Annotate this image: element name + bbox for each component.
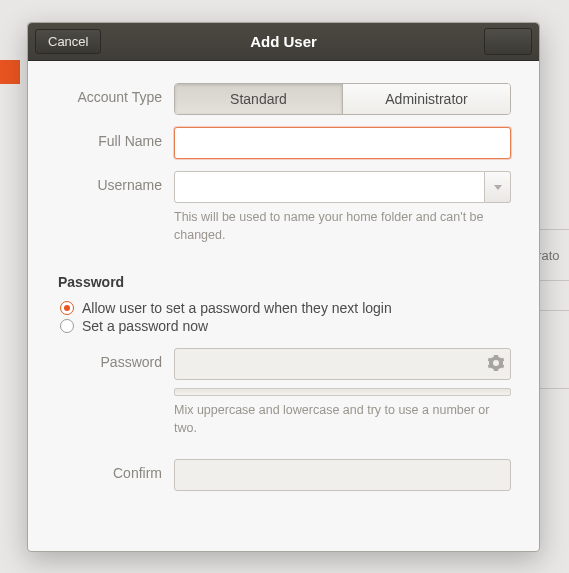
- account-type-row: Account Type Standard Administrator: [56, 83, 511, 115]
- radio-icon: [60, 301, 74, 315]
- account-type-standard[interactable]: Standard: [175, 84, 342, 114]
- fullname-label: Full Name: [56, 127, 174, 159]
- password-help: Mix uppercase and lowercase and try to u…: [174, 402, 511, 437]
- username-row: Username This will be used to name your …: [56, 171, 511, 244]
- password-option-later[interactable]: Allow user to set a password when they n…: [60, 300, 511, 316]
- username-input[interactable]: [174, 171, 485, 203]
- username-label: Username: [56, 171, 174, 244]
- password-input[interactable]: [174, 348, 511, 380]
- password-option-now-label: Set a password now: [82, 318, 208, 334]
- username-dropdown-button[interactable]: [485, 171, 511, 203]
- confirm-row: Confirm: [56, 459, 511, 491]
- confirm-input[interactable]: [174, 459, 511, 491]
- account-type-label: Account Type: [56, 83, 174, 115]
- username-combo: [174, 171, 511, 203]
- confirm-label: Confirm: [56, 459, 174, 491]
- password-label: Password: [56, 348, 174, 437]
- launcher-active-indicator: [0, 60, 20, 84]
- account-type-toggle: Standard Administrator: [174, 83, 511, 115]
- dialog-title: Add User: [28, 33, 539, 50]
- account-type-admin[interactable]: Administrator: [342, 84, 510, 114]
- password-row: Password Mix uppercase and lowercase and…: [56, 348, 511, 437]
- radio-icon: [60, 319, 74, 333]
- add-user-dialog: Cancel Add User Account Type Standard Ad…: [27, 22, 540, 552]
- add-button[interactable]: [484, 28, 532, 55]
- fullname-input[interactable]: [174, 127, 511, 159]
- chevron-down-icon: [494, 185, 502, 190]
- titlebar: Cancel Add User: [28, 23, 539, 61]
- password-option-now[interactable]: Set a password now: [60, 318, 511, 334]
- username-help: This will be used to name your home fold…: [174, 209, 511, 244]
- dialog-content: Account Type Standard Administrator Full…: [28, 61, 539, 551]
- cancel-button[interactable]: Cancel: [35, 29, 101, 54]
- fullname-row: Full Name: [56, 127, 511, 159]
- password-option-later-label: Allow user to set a password when they n…: [82, 300, 392, 316]
- gear-icon[interactable]: [488, 355, 504, 371]
- password-section-title: Password: [58, 274, 511, 290]
- password-strength-meter: [174, 388, 511, 396]
